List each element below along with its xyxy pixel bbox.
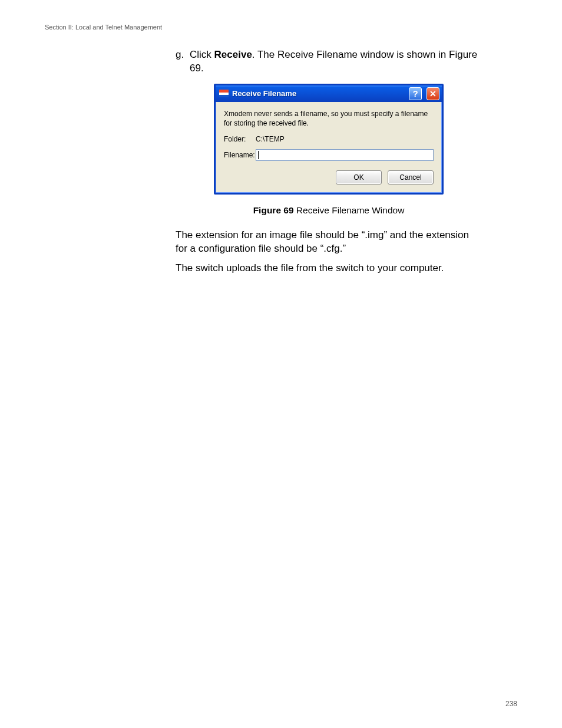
paragraph-extensions: The extension for an image file should b… [176, 229, 482, 256]
dialog-button-row: OK Cancel [224, 170, 434, 185]
filename-input[interactable] [256, 149, 434, 161]
step-bold: Receive [214, 49, 252, 60]
cancel-button[interactable]: Cancel [388, 170, 434, 185]
ok-button[interactable]: OK [336, 170, 382, 185]
dialog-title: Receive Filename [232, 89, 404, 98]
close-icon: ✕ [429, 90, 437, 98]
step-marker: g. [176, 48, 190, 62]
filename-row: Filename: [224, 149, 434, 161]
dialog-message: Xmodem never sends a filename, so you mu… [224, 109, 434, 128]
page-number: 238 [505, 700, 517, 708]
content-area: g. Click Receive. The Receive Filename w… [176, 48, 482, 275]
step-text: Click Receive. The Receive Filename wind… [190, 48, 482, 75]
figure-caption-rest: Receive Filename Window [294, 205, 405, 215]
filename-label: Filename: [224, 151, 256, 159]
folder-row: Folder: C:\TEMP [224, 135, 434, 143]
help-button[interactable]: ? [409, 87, 422, 100]
close-button[interactable]: ✕ [427, 87, 439, 100]
step-text-before: Click [190, 49, 214, 60]
section-header: Section II: Local and Telnet Management [45, 24, 517, 31]
figure-wrap: Receive Filename ? ✕ Xmodem never sends … [176, 84, 482, 195]
receive-filename-dialog: Receive Filename ? ✕ Xmodem never sends … [214, 84, 444, 195]
folder-label: Folder: [224, 135, 256, 143]
text-caret-icon [258, 151, 259, 159]
folder-value: C:\TEMP [256, 135, 285, 143]
instruction-step: g. Click Receive. The Receive Filename w… [176, 48, 482, 75]
paragraph-upload: The switch uploads the file from the swi… [176, 262, 482, 275]
figure-caption: Figure 69 Receive Filename Window [176, 205, 482, 216]
help-icon: ? [412, 88, 418, 98]
dialog-body: Xmodem never sends a filename, so you mu… [216, 102, 442, 193]
app-icon [219, 90, 229, 97]
dialog-titlebar[interactable]: Receive Filename ? ✕ [216, 85, 442, 102]
figure-caption-bold: Figure 69 [253, 205, 294, 215]
